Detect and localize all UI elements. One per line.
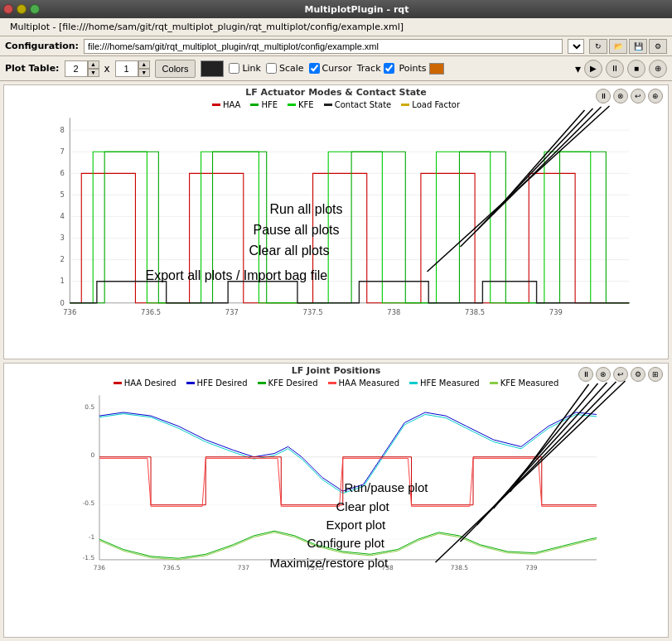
legend-dot-kfe <box>288 104 296 106</box>
svg-text:0: 0 <box>60 299 64 307</box>
legend-item-load: Load Factor <box>401 100 460 109</box>
plot1-stop-button[interactable]: ⊗ <box>613 89 628 104</box>
cols-down-button[interactable]: ▼ <box>138 69 150 77</box>
rows-spinbox: ▲ ▼ <box>65 60 99 77</box>
legend-label-hfe: HFE <box>261 100 278 109</box>
menu-item-multiplot[interactable]: Multiplot - [file:///home/sam/git/rqt_mu… <box>3 20 410 34</box>
save-config-button[interactable]: 💾 <box>629 39 647 54</box>
legend-item-hfe: HFE <box>250 100 278 109</box>
plot2-configure-button[interactable]: ⚙ <box>631 367 645 382</box>
open-config-button[interactable]: 📂 <box>609 39 627 54</box>
configuration-dropdown[interactable] <box>568 39 584 54</box>
chevron-down-icon[interactable]: ▾ <box>575 62 581 75</box>
colors-button[interactable]: Colors <box>155 60 196 78</box>
track-checkbox[interactable] <box>384 63 394 74</box>
svg-text:4: 4 <box>60 212 64 220</box>
legend-item-haa-desired: HAA Desired <box>114 378 176 388</box>
legend-dot-hfe <box>250 104 259 106</box>
legend-label-haa: HAA <box>223 100 240 109</box>
svg-text:738: 738 <box>387 308 400 316</box>
toolbar: Plot Table: ▲ ▼ x ▲ ▼ Colors Link Scale … <box>0 56 672 81</box>
svg-text:2: 2 <box>60 255 64 263</box>
svg-text:737: 737 <box>238 564 249 571</box>
legend-label-kfe-desired: KFE Desired <box>268 378 318 388</box>
scale-checkbox[interactable] <box>266 63 277 74</box>
points-checkbox-group: Points <box>399 63 444 75</box>
svg-text:736.5: 736.5 <box>162 564 181 571</box>
minimize-button[interactable] <box>17 4 27 14</box>
svg-text:737: 737 <box>225 308 239 316</box>
plot2-export-button[interactable]: ↩ <box>613 367 628 382</box>
plot2-legend: HAA Desired HFE Desired KFE Desired HAA … <box>4 378 668 388</box>
toolbar-right: ▾ ▶ ⏸ ■ ⊕ <box>575 60 667 78</box>
svg-text:8: 8 <box>60 126 64 134</box>
plot2-maximize-button[interactable]: ⊞ <box>648 367 663 382</box>
svg-text:736: 736 <box>63 308 76 316</box>
window-title: MultiplotPlugin - rqt <box>45 4 669 15</box>
plot1-legend: HAA HFE KFE Contact State Load Factor <box>4 99 668 110</box>
cols-spinbox: ▲ ▼ <box>115 60 150 77</box>
scale-checkbox-group: Scale <box>266 63 304 74</box>
plot1-zoom-button[interactable]: ⊕ <box>648 89 663 104</box>
configuration-path-input[interactable] <box>84 39 563 54</box>
legend-item-hfe-desired: HFE Desired <box>186 378 248 388</box>
plot1-controls: ⏸ ⊗ ↩ ⊕ <box>596 89 663 104</box>
settings-config-button[interactable]: ⚙ <box>649 39 667 54</box>
zoom-all-button[interactable]: ⊕ <box>649 60 667 78</box>
svg-text:-1.5: -1.5 <box>83 554 95 561</box>
svg-text:736.5: 736.5 <box>141 308 161 316</box>
svg-text:738: 738 <box>381 564 393 571</box>
svg-text:1: 1 <box>60 277 64 285</box>
legend-label-load: Load Factor <box>412 100 460 109</box>
plot2-stop-button[interactable]: ⊗ <box>596 367 611 382</box>
link-checkbox-group: Link <box>229 63 261 74</box>
rows-down-button[interactable]: ▼ <box>88 69 99 77</box>
window-controls[interactable] <box>3 4 40 14</box>
legend-item-hfe-measured: HFE Measured <box>409 378 480 388</box>
legend-label-haa-desired: HAA Desired <box>124 378 176 388</box>
rows-input[interactable] <box>65 60 88 77</box>
legend-label-kfe-measured: KFE Measured <box>500 378 559 388</box>
cols-input[interactable] <box>115 60 138 77</box>
run-all-button[interactable]: ▶ <box>584 60 602 78</box>
legend-label-kfe: KFE <box>298 100 314 109</box>
rows-up-button[interactable]: ▲ <box>88 60 99 69</box>
cursor-checkbox-group: Cursor <box>309 63 352 74</box>
plot1-svg: 0 1 2 3 4 5 6 7 8 736 <box>4 110 668 334</box>
plot2-pause-button[interactable]: ⏸ <box>578 367 593 382</box>
plot1-title: LF Actuator Modes & Contact State <box>4 85 668 99</box>
legend-dot-kfe-desired <box>258 382 266 384</box>
cursor-checkbox[interactable] <box>309 63 320 74</box>
title-bar: MultiplotPlugin - rqt <box>0 0 672 18</box>
legend-dot-haa-desired <box>114 382 122 384</box>
close-button[interactable] <box>3 4 13 14</box>
svg-text:738.5: 738.5 <box>465 308 485 316</box>
cursor-label: Cursor <box>322 63 352 74</box>
svg-text:-1: -1 <box>89 533 95 541</box>
path-action-buttons: ↻ 📂 💾 ⚙ <box>589 39 667 54</box>
path-bar: Configuration: ↻ 📂 💾 ⚙ <box>0 36 672 56</box>
color-swatch[interactable] <box>201 60 224 77</box>
legend-item-haa-measured: HAA Measured <box>328 378 400 388</box>
scale-label: Scale <box>279 63 304 74</box>
link-checkbox[interactable] <box>229 63 239 74</box>
svg-text:739: 739 <box>525 564 537 571</box>
legend-label-contact: Contact State <box>335 100 392 109</box>
menu-bar: Multiplot - [file:///home/sam/git/rqt_mu… <box>0 18 672 36</box>
svg-text:6: 6 <box>60 169 64 177</box>
legend-dot-load <box>401 104 409 106</box>
maximize-button[interactable] <box>30 4 40 14</box>
legend-item-kfe-desired: KFE Desired <box>258 378 318 388</box>
legend-dot-haa-measured <box>328 382 336 384</box>
legend-dot-hfe-measured <box>409 382 418 384</box>
plot1-export-button[interactable]: ↩ <box>631 89 645 104</box>
cols-up-button[interactable]: ▲ <box>138 60 150 69</box>
plot2-controls: ⏸ ⊗ ↩ ⚙ ⊞ <box>578 367 663 382</box>
pause-all-button[interactable]: ⏸ <box>606 60 624 78</box>
plot1-pause-button[interactable]: ⏸ <box>596 89 611 104</box>
stop-all-button[interactable]: ■ <box>627 60 645 78</box>
track-checkbox-group: Track <box>357 63 394 74</box>
reload-config-button[interactable]: ↻ <box>589 39 607 54</box>
svg-text:3: 3 <box>60 234 64 242</box>
configuration-label: Configuration: <box>5 41 79 51</box>
